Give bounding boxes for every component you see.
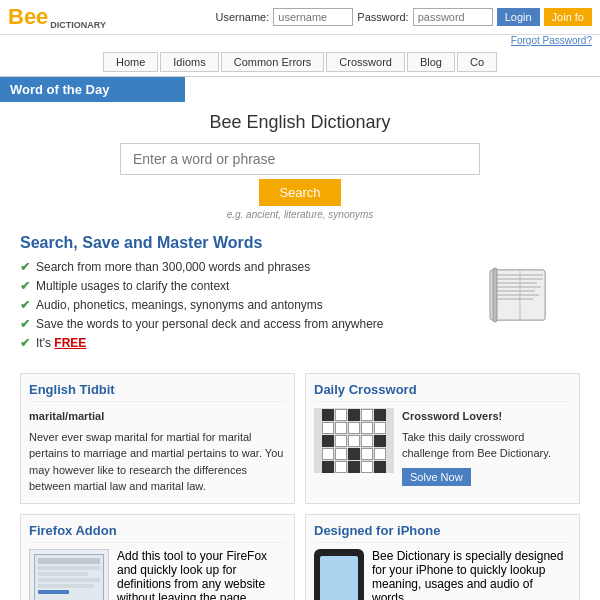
feature-item: ✔Save the words to your personal deck an…: [20, 317, 480, 331]
cross-cell: [322, 409, 334, 421]
iphone-body: Bee Dictionary is specially designed for…: [372, 549, 571, 601]
feature-text: Search from more than 300,000 words and …: [36, 260, 310, 274]
search-area: Search e.g. ancient, literature, synonym…: [20, 143, 580, 220]
cross-cell: [374, 461, 386, 473]
feature-item: ✔Audio, phonetics, meanings, synonyms an…: [20, 298, 480, 312]
firefox-addon-box: Firefox Addon Add this tool to your Fire…: [20, 514, 295, 601]
cross-cell: [322, 435, 334, 447]
nav-item-blog[interactable]: Blog: [407, 52, 455, 72]
header: Bee DICTIONARY Username: Password: Login…: [0, 0, 600, 35]
logo-bee-text: Bee: [8, 4, 48, 30]
main-content: Bee English Dictionary Search e.g. ancie…: [0, 102, 600, 600]
features-text: Search, Save and Master Words ✔Search fr…: [20, 234, 480, 355]
svg-rect-7: [497, 294, 539, 296]
addon-text: Add this tool to your FireFox and quickl…: [117, 549, 286, 601]
cross-cell: [348, 461, 360, 473]
feature-item: ✔Search from more than 300,000 words and…: [20, 260, 480, 274]
cross-cell: [322, 448, 334, 460]
password-label: Password:: [357, 11, 408, 23]
addon-title: Firefox Addon: [29, 523, 286, 543]
cross-cell: [335, 461, 347, 473]
username-label: Username:: [216, 11, 270, 23]
feature-text: Audio, phonetics, meanings, synonyms and…: [36, 298, 323, 312]
svg-rect-6: [497, 290, 535, 292]
checkmark-icon: ✔: [20, 279, 30, 293]
nav-item-idioms[interactable]: Idioms: [160, 52, 218, 72]
features-section: Search, Save and Master Words ✔Search fr…: [20, 234, 580, 355]
tidbit-subtitle: marital/martial: [29, 408, 286, 425]
solve-now-button[interactable]: Solve Now: [402, 468, 471, 486]
english-tidbit-box: English Tidbit marital/martial Never eve…: [20, 373, 295, 504]
svg-rect-10: [493, 268, 497, 322]
checkmark-icon: ✔: [20, 336, 30, 350]
cross-cell: [361, 461, 373, 473]
addon-body: Add this tool to your FireFox and quickl…: [117, 549, 286, 601]
cross-cell: [361, 422, 373, 434]
cross-cell: [374, 422, 386, 434]
crossword-tagline: Crossword Lovers!: [402, 408, 571, 425]
svg-rect-5: [497, 286, 541, 288]
tidbit-body: Never ever swap marital for martial for …: [29, 429, 286, 495]
cross-cell: [335, 448, 347, 460]
checkmark-icon: ✔: [20, 317, 30, 331]
svg-rect-4: [497, 282, 537, 284]
cross-cell: [348, 409, 360, 421]
tidbit-title: English Tidbit: [29, 382, 286, 402]
cross-cell: [361, 409, 373, 421]
book-image: [480, 234, 580, 355]
nav-item-co[interactable]: Co: [457, 52, 497, 72]
cross-cell: [348, 422, 360, 434]
cross-cell: [348, 448, 360, 460]
logo-text: DICTIONARY: [50, 21, 106, 30]
iphone-screen: [320, 556, 358, 600]
two-columns-section: English Tidbit marital/martial Never eve…: [20, 373, 580, 504]
crossword-body: Take this daily crossword challenge from…: [402, 429, 571, 462]
crossword-inner: Crossword Lovers! Take this daily crossw…: [314, 408, 571, 486]
crossword-text: Crossword Lovers! Take this daily crossw…: [402, 408, 571, 486]
cross-cell: [335, 422, 347, 434]
cross-cell: [374, 448, 386, 460]
cross-cell: [374, 409, 386, 421]
addon-inner: Add this tool to your FireFox and quickl…: [29, 549, 286, 601]
nav-item-crossword[interactable]: Crossword: [326, 52, 405, 72]
iphone-inner: Bee Dictionary is specially designed for…: [314, 549, 571, 601]
checkmark-icon: ✔: [20, 260, 30, 274]
crossword-image: [314, 408, 394, 473]
cross-cell: [374, 435, 386, 447]
search-hint: e.g. ancient, literature, synonyms: [227, 209, 374, 220]
cross-cell: [348, 435, 360, 447]
feature-text: It's FREE: [36, 336, 86, 350]
iphone-title: Designed for iPhone: [314, 523, 571, 543]
feature-list: ✔Search from more than 300,000 words and…: [20, 260, 480, 350]
nav-item-home[interactable]: Home: [103, 52, 158, 72]
cross-cell: [322, 461, 334, 473]
iphone-image: [314, 549, 364, 601]
logo-dictionary-text: DICTIONARY: [50, 21, 106, 30]
join-button[interactable]: Join fo: [544, 8, 592, 26]
cross-cell: [361, 448, 373, 460]
word-of-the-day-bar: Word of the Day: [0, 77, 185, 102]
cross-cell: [335, 435, 347, 447]
search-input[interactable]: [120, 143, 480, 175]
iphone-text: Bee Dictionary is specially designed for…: [372, 549, 571, 601]
logo-area: Bee DICTIONARY: [8, 4, 106, 30]
nav-item-common-errors[interactable]: Common Errors: [221, 52, 325, 72]
login-button[interactable]: Login: [497, 8, 540, 26]
feature-text: Save the words to your personal deck and…: [36, 317, 384, 331]
iphone-box: Designed for iPhone Bee Dictionary is sp…: [305, 514, 580, 601]
crossword-grid: [322, 409, 386, 473]
daily-crossword-box: Daily Crossword: [305, 373, 580, 504]
password-input[interactable]: [413, 8, 493, 26]
search-button[interactable]: Search: [259, 179, 340, 206]
nav-bar: HomeIdiomsCommon ErrorsCrosswordBlogCo: [0, 48, 600, 77]
addon-section: Firefox Addon Add this tool to your Fire…: [20, 514, 580, 601]
header-right: Username: Password: Login Join fo: [216, 8, 593, 26]
cross-cell: [361, 435, 373, 447]
forgot-password-link[interactable]: Forgot Password?: [511, 35, 592, 46]
username-input[interactable]: [273, 8, 353, 26]
feature-item: ✔Multiple usages to clarify the context: [20, 279, 480, 293]
checkmark-icon: ✔: [20, 298, 30, 312]
feature-text: Multiple usages to clarify the context: [36, 279, 229, 293]
crossword-title: Daily Crossword: [314, 382, 571, 402]
feature-item: ✔It's FREE: [20, 336, 480, 350]
